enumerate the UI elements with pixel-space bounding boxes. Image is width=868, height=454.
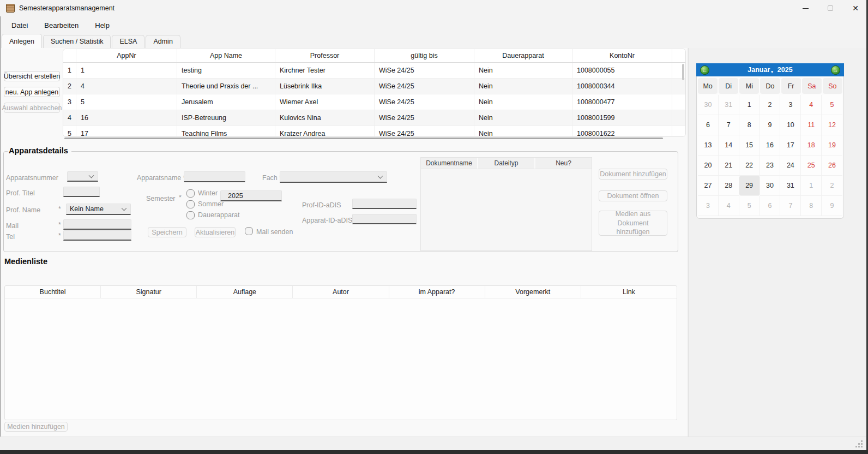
calendar-day[interactable]: 6 — [698, 115, 719, 135]
calendar-day[interactable]: 8 — [739, 115, 760, 135]
calendar-day[interactable]: 17 — [780, 135, 801, 156]
media-column-header-buchtitel[interactable]: Buchtitel — [5, 286, 101, 298]
calendar-day[interactable]: 16 — [760, 135, 781, 156]
calendar-day[interactable]: 31 — [719, 95, 739, 115]
tab-admin[interactable]: Admin — [146, 35, 180, 48]
calendar-day[interactable]: 22 — [739, 156, 760, 176]
media-column-header-auflage[interactable]: Auflage — [197, 286, 293, 298]
minimize-icon[interactable] — [793, 0, 818, 16]
media-column-header-autor[interactable]: Autor — [293, 286, 389, 298]
calendar-day[interactable]: 7 — [719, 115, 739, 135]
table-row[interactable]: 24Theorie und Praxis der ...Lüsebrink Il… — [63, 79, 685, 94]
calendar-day[interactable]: 14 — [719, 135, 739, 156]
calendar-day[interactable]: 31 — [780, 176, 801, 196]
calendar-day[interactable]: 8 — [801, 196, 822, 216]
calendar-day[interactable]: 4 — [719, 196, 739, 216]
apparat-id-adis-input[interactable] — [352, 214, 417, 224]
calendar-day[interactable]: 27 — [698, 176, 719, 196]
sommer-radio[interactable] — [186, 200, 195, 208]
speichern-button[interactable]: Speichern — [148, 227, 186, 237]
calendar-day[interactable]: 3 — [780, 95, 801, 115]
prof-id-adis-input[interactable] — [352, 199, 417, 209]
doc-column-header-dokumentname[interactable]: Dokumentname — [421, 158, 478, 169]
semester-year-input[interactable]: 2025 — [220, 190, 282, 201]
neu-app-anlegen-button[interactable]: neu. App anlegen — [4, 87, 60, 97]
apps-table-horizontal-scrollbar[interactable] — [64, 138, 663, 139]
calendar-day[interactable]: 20 — [698, 156, 719, 176]
calendar-day[interactable]: 13 — [698, 135, 719, 156]
media-column-header-link[interactable]: Link — [581, 286, 677, 298]
calendar-day[interactable]: 5 — [822, 95, 842, 115]
calendar-day[interactable]: 30 — [760, 176, 781, 196]
medien-aus-dokument-hinzufuegen-button[interactable]: Medien aus Dokument hinzufügen — [599, 211, 667, 236]
calendar-day[interactable]: 6 — [760, 196, 781, 216]
column-header-professor[interactable]: Professor — [275, 49, 375, 62]
column-header-dauerapparat[interactable]: Dauerapparat — [474, 49, 572, 62]
calendar-day[interactable]: 7 — [780, 196, 801, 216]
apps-table-vertical-scrollbar[interactable] — [682, 64, 684, 80]
tab-anlegen[interactable]: Anlegen — [2, 34, 42, 48]
calendar-day[interactable]: 2 — [760, 95, 781, 115]
column-header-kontonr[interactable]: KontoNr — [572, 49, 672, 62]
resize-grip[interactable] — [855, 440, 863, 447]
calendar-day[interactable]: 25 — [801, 156, 822, 176]
calendar-day[interactable]: 11 — [801, 115, 822, 135]
table-row[interactable]: 35JerusalemWiemer AxelWiSe 24/25Nein1008… — [63, 94, 685, 110]
calendar-day[interactable]: 5 — [739, 196, 760, 216]
maximize-icon[interactable] — [818, 0, 843, 16]
tel-input[interactable] — [63, 230, 131, 241]
winter-radio[interactable] — [186, 189, 195, 198]
prof-name-select[interactable]: Kein Name — [66, 204, 131, 215]
apparatsname-input[interactable] — [184, 171, 245, 182]
calendar-day[interactable]: 28 — [719, 176, 739, 196]
calendar-day[interactable]: 4 — [801, 95, 822, 115]
column-header-appnr[interactable]: AppNr — [76, 49, 177, 62]
fach-select[interactable] — [280, 171, 387, 183]
column-header-app-name[interactable]: App Name — [177, 49, 275, 62]
calendar-day[interactable]: 9 — [822, 196, 842, 216]
tab-suchen-statistik[interactable]: Suchen / Statistik — [43, 35, 111, 48]
tab-elsa[interactable]: ELSA — [112, 35, 144, 48]
calendar-day[interactable]: 1 — [801, 176, 822, 196]
doc-column-header-dateityp[interactable]: Dateityp — [478, 158, 535, 169]
calendar-day[interactable]: 15 — [739, 135, 760, 156]
menu-item-help[interactable]: Help — [87, 19, 118, 32]
table-row[interactable]: 517Teaching FilmsKratzer AndreaWiSe 24/2… — [63, 126, 685, 137]
prof-titel-input[interactable] — [63, 187, 100, 197]
auswahl-abbrechen-button[interactable]: Auswahl abbrechen — [4, 103, 60, 113]
table-row[interactable]: 11testingKirchner TesterWiSe 24/25Nein10… — [63, 63, 685, 79]
apparatsnummer-select[interactable] — [67, 171, 98, 182]
calendar-day[interactable]: 24 — [780, 156, 801, 176]
media-column-header-signatur[interactable]: Signatur — [101, 286, 197, 298]
calendar-day[interactable]: 10 — [780, 115, 801, 135]
uebersicht-erstellen-button[interactable]: Übersicht erstellen — [4, 71, 60, 81]
menu-item-bearbeiten[interactable]: Bearbeiten — [36, 19, 87, 32]
calendar-prev-month-icon[interactable]: ← — [700, 65, 709, 75]
menu-item-datei[interactable]: Datei — [3, 19, 36, 32]
dokument-hinzufuegen-button[interactable]: Dokument hinzufügen — [599, 169, 667, 180]
calendar-day[interactable]: 3 — [698, 196, 719, 216]
close-icon[interactable]: ✕ — [843, 0, 868, 16]
media-column-header-im-apparat[interactable]: im Apparat? — [389, 286, 485, 298]
calendar-day[interactable]: 18 — [801, 135, 822, 156]
calendar-day[interactable]: 30 — [698, 95, 719, 115]
aktualisieren-button[interactable]: Aktualisieren — [195, 227, 236, 237]
column-header-gueltig-bis[interactable]: gültig bis — [375, 49, 474, 62]
calendar-month-year[interactable]: Januar▾2025 — [748, 66, 792, 74]
dauerapparat-radio[interactable] — [186, 211, 195, 219]
calendar-next-month-icon[interactable]: → — [831, 65, 840, 75]
media-column-header-vorgemerkt[interactable]: Vorgemerkt — [485, 286, 581, 298]
calendar-day[interactable]: 19 — [822, 135, 842, 156]
calendar-day[interactable]: 9 — [760, 115, 781, 135]
dokument-oeffnen-button[interactable]: Dokument öffnen — [599, 190, 667, 201]
table-row[interactable]: 416ISP-BetreuungKulovics NinaWiSe 24/25N… — [63, 110, 685, 126]
calendar-day[interactable]: 12 — [822, 115, 842, 135]
mail-input[interactable] — [63, 219, 131, 230]
mail-senden-checkbox[interactable] — [245, 227, 253, 235]
calendar-day[interactable]: 2 — [822, 176, 842, 196]
calendar-day[interactable]: 29 — [739, 176, 760, 196]
calendar-day[interactable]: 1 — [739, 95, 760, 115]
calendar-day[interactable]: 21 — [719, 156, 739, 176]
doc-column-header-neu[interactable]: Neu? — [535, 158, 592, 169]
medien-hinzufuegen-button[interactable]: Medien hinzufügen — [4, 422, 68, 432]
